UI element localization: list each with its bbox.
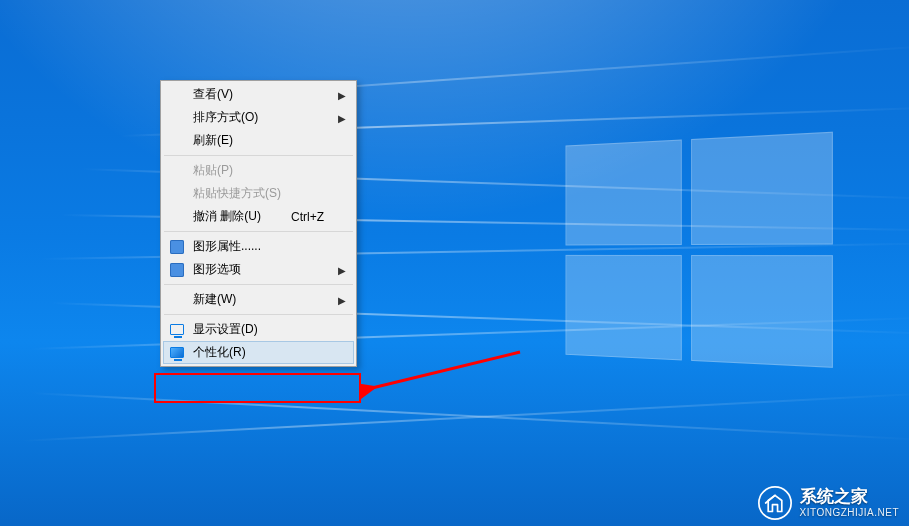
- desktop-wallpaper[interactable]: 查看(V) ▶ 排序方式(O) ▶ 刷新(E) 粘贴(P) 粘贴快捷方式(S) …: [0, 0, 909, 526]
- menu-item-label: 图形属性......: [193, 238, 261, 255]
- desktop-context-menu: 查看(V) ▶ 排序方式(O) ▶ 刷新(E) 粘贴(P) 粘贴快捷方式(S) …: [160, 80, 357, 367]
- watermark-logo-icon: [758, 486, 792, 520]
- menu-item-label: 排序方式(O): [193, 109, 258, 126]
- watermark-title: 系统之家: [800, 488, 900, 507]
- menu-item-sort[interactable]: 排序方式(O) ▶: [163, 106, 354, 129]
- menu-item-label: 个性化(R): [193, 344, 246, 361]
- menu-item-label: 粘贴(P): [193, 162, 233, 179]
- watermark: 系统之家 XITONGZHIJIA.NET: [758, 486, 900, 520]
- graphics-icon: [169, 239, 185, 255]
- menu-item-graphics-options[interactable]: 图形选项 ▶: [163, 258, 354, 281]
- watermark-url: XITONGZHIJIA.NET: [800, 507, 900, 518]
- menu-item-new[interactable]: 新建(W) ▶: [163, 288, 354, 311]
- menu-item-graphics-properties[interactable]: 图形属性......: [163, 235, 354, 258]
- svg-line-1: [372, 352, 520, 388]
- menu-item-label: 撤消 删除(U): [193, 208, 261, 225]
- menu-item-paste: 粘贴(P): [163, 159, 354, 182]
- menu-item-refresh[interactable]: 刷新(E): [163, 129, 354, 152]
- graphics-icon: [169, 262, 185, 278]
- menu-item-label: 图形选项: [193, 261, 241, 278]
- annotation-arrow-icon: [360, 342, 530, 402]
- menu-separator: [164, 231, 353, 232]
- menu-separator: [164, 155, 353, 156]
- menu-separator: [164, 284, 353, 285]
- menu-item-paste-shortcut: 粘贴快捷方式(S): [163, 182, 354, 205]
- monitor-icon: [169, 322, 185, 338]
- annotation-highlight-box: [154, 373, 361, 403]
- personalize-icon: [169, 345, 185, 361]
- menu-item-undo-delete[interactable]: 撤消 删除(U) Ctrl+Z: [163, 205, 354, 228]
- chevron-right-icon: ▶: [338, 89, 346, 100]
- menu-separator: [164, 314, 353, 315]
- chevron-right-icon: ▶: [338, 264, 346, 275]
- windows-logo: [566, 133, 836, 374]
- menu-item-label: 查看(V): [193, 86, 233, 103]
- menu-item-shortcut: Ctrl+Z: [291, 210, 324, 224]
- menu-item-label: 显示设置(D): [193, 321, 258, 338]
- chevron-right-icon: ▶: [338, 112, 346, 123]
- menu-item-personalize[interactable]: 个性化(R): [163, 341, 354, 364]
- menu-item-label: 刷新(E): [193, 132, 233, 149]
- menu-item-label: 粘贴快捷方式(S): [193, 185, 281, 202]
- chevron-right-icon: ▶: [338, 294, 346, 305]
- menu-item-display-settings[interactable]: 显示设置(D): [163, 318, 354, 341]
- svg-point-2: [758, 487, 790, 519]
- menu-item-label: 新建(W): [193, 291, 236, 308]
- menu-item-view[interactable]: 查看(V) ▶: [163, 83, 354, 106]
